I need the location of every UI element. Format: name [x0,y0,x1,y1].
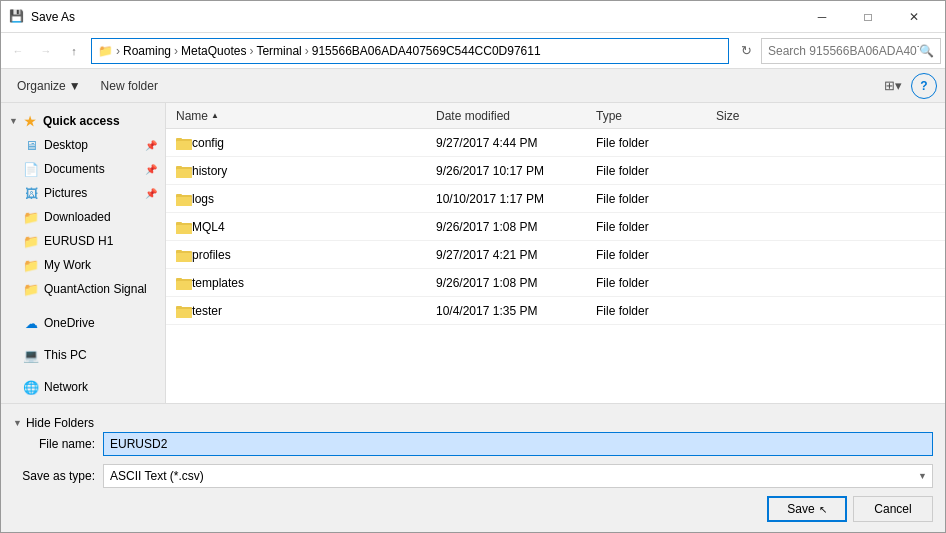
minimize-button[interactable]: ─ [799,1,845,33]
search-icon: 🔍 [919,44,934,58]
file-type-cell: File folder [590,220,710,234]
folder-icon [176,192,192,206]
svg-rect-14 [176,250,182,253]
sidebar-item-network[interactable]: 🌐 Network [1,375,165,399]
organize-arrow-icon: ▼ [69,79,81,93]
hide-folders-label: Hide Folders [26,416,94,430]
folder-icon [176,220,192,234]
table-row[interactable]: history 9/26/2017 10:17 PM File folder [166,157,945,185]
dialog-icon: 💾 [9,9,25,25]
save-label: Save [787,502,814,516]
pictures-folder-icon: 🖼 [23,185,39,201]
help-button[interactable]: ? [911,73,937,99]
svg-rect-13 [176,253,192,262]
documents-label: Documents [44,162,105,176]
file-name-cell: templates [170,276,430,290]
filename-row: File name: [13,432,933,456]
file-rows-container: config 9/27/2017 4:44 PM File folder his… [166,129,945,325]
search-input[interactable] [768,44,919,58]
col-header-type[interactable]: Type [590,109,710,123]
file-type-cell: File folder [590,304,710,318]
save-as-type-label: Save as type: [13,469,103,483]
quick-access-header[interactable]: ▼ ★ Quick access [1,109,165,133]
search-box[interactable]: 🔍 [761,38,941,64]
toolbar-right: ⊞ ▾ ? [879,73,937,99]
hide-folders-row[interactable]: ▼ Hide Folders [13,414,933,432]
back-button[interactable]: ← [5,38,31,64]
file-type-cell: File folder [590,164,710,178]
mywork-folder-icon: 📁 [23,257,39,273]
view-arrow-icon: ▾ [895,78,902,93]
svg-rect-1 [176,141,192,150]
sidebar-divider-3 [1,367,165,375]
filename-input[interactable] [103,432,933,456]
address-bar: ← → ↑ 📁 › Roaming › MetaQuotes › Termina… [1,33,945,69]
eurusd-label: EURUSD H1 [44,234,113,248]
file-name-cell: tester [170,304,430,318]
refresh-button[interactable]: ↻ [733,38,759,64]
svg-rect-7 [176,197,192,206]
svg-rect-10 [176,225,192,234]
cancel-button[interactable]: Cancel [853,496,933,522]
sidebar-item-onedrive[interactable]: ☁ OneDrive [1,311,165,335]
network-icon: 🌐 [23,379,39,395]
main-content: ▼ ★ Quick access 🖥 Desktop 📌 📄 Documents… [1,103,945,403]
col-header-date[interactable]: Date modified [430,109,590,123]
table-row[interactable]: templates 9/26/2017 1:08 PM File folder [166,269,945,297]
breadcrumb-terminal[interactable]: Terminal [256,44,301,58]
svg-rect-11 [176,222,182,225]
onedrive-icon: ☁ [23,315,39,331]
pictures-pin-icon: 📌 [145,188,157,199]
table-row[interactable]: profiles 9/27/2017 4:21 PM File folder [166,241,945,269]
sidebar-item-my-work[interactable]: 📁 My Work [1,253,165,277]
breadcrumb-folder-icon: 📁 [98,44,113,58]
breadcrumb-metaquotes[interactable]: MetaQuotes [181,44,246,58]
view-options-button[interactable]: ⊞ ▾ [879,73,907,99]
table-row[interactable]: MQL4 9/26/2017 1:08 PM File folder [166,213,945,241]
table-row[interactable]: config 9/27/2017 4:44 PM File folder [166,129,945,157]
title-bar: 💾 Save As ─ □ ✕ [1,1,945,33]
address-path[interactable]: 📁 › Roaming › MetaQuotes › Terminal › 91… [91,38,729,64]
this-pc-icon: 💻 [23,347,39,363]
maximize-button[interactable]: □ [845,1,891,33]
breadcrumb-roaming[interactable]: Roaming [123,44,171,58]
quick-access-icon: ★ [22,113,38,129]
sidebar-item-pictures[interactable]: 🖼 Pictures 📌 [1,181,165,205]
up-button[interactable]: ↑ [61,38,87,64]
file-list-header: Name ▲ Date modified Type Size [166,103,945,129]
close-button[interactable]: ✕ [891,1,937,33]
quick-access-chevron: ▼ [9,116,18,126]
file-type-cell: File folder [590,192,710,206]
folder-icon [176,276,192,290]
folder-icon [176,164,192,178]
sidebar-item-documents[interactable]: 📄 Documents 📌 [1,157,165,181]
view-icon: ⊞ [884,78,895,93]
new-folder-button[interactable]: New folder [93,73,166,99]
sidebar-item-quantaction-signal[interactable]: 📁 QuantAction Signal [1,277,165,301]
breadcrumb-guid[interactable]: 915566BA06ADA407569C544CC0D97611 [312,44,541,58]
file-date-cell: 9/27/2017 4:44 PM [430,136,590,150]
file-type-cell: File folder [590,248,710,262]
desktop-pin-icon: 📌 [145,140,157,151]
quick-access-label: Quick access [43,114,120,128]
sidebar-item-this-pc[interactable]: 💻 This PC [1,343,165,367]
sidebar-divider-2 [1,335,165,343]
col-header-name[interactable]: Name ▲ [170,109,430,123]
new-folder-label: New folder [101,79,158,93]
file-name-cell: logs [170,192,430,206]
file-date-cell: 9/27/2017 4:21 PM [430,248,590,262]
table-row[interactable]: tester 10/4/2017 1:35 PM File folder [166,297,945,325]
file-date-cell: 10/10/2017 1:17 PM [430,192,590,206]
forward-button[interactable]: → [33,38,59,64]
sidebar-item-desktop[interactable]: 🖥 Desktop 📌 [1,133,165,157]
file-name-cell: config [170,136,430,150]
save-button[interactable]: Save ↖ [767,496,847,522]
svg-rect-2 [176,138,182,141]
sidebar-item-eurusd-h1[interactable]: 📁 EURUSD H1 [1,229,165,253]
toolbar: Organize ▼ New folder ⊞ ▾ ? [1,69,945,103]
organize-button[interactable]: Organize ▼ [9,73,89,99]
table-row[interactable]: logs 10/10/2017 1:17 PM File folder [166,185,945,213]
save-as-type-select[interactable]: ASCII Text (*.csv)CSV (Comma delimited) … [103,464,933,488]
sidebar-item-downloaded[interactable]: 📁 Downloaded [1,205,165,229]
col-header-size[interactable]: Size [710,109,810,123]
